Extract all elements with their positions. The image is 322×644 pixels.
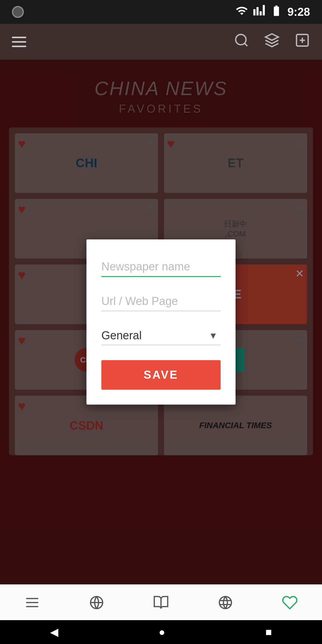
status-time: 9:28 [287,6,310,18]
bottom-nav-globe[interactable] [217,595,233,611]
modal-backdrop: General Technology Sports Business Enter… [0,60,322,584]
wifi-icon [236,4,248,20]
layers-icon[interactable] [264,32,280,51]
svg-point-11 [219,596,232,609]
battery-icon [270,4,283,20]
bottom-nav-favorites[interactable] [282,595,298,611]
bottom-nav-sports[interactable] [89,595,105,611]
search-icon[interactable] [234,32,249,51]
url-input-group [101,292,221,311]
newspaper-name-input[interactable] [101,257,221,277]
category-select-group: General Technology Sports Business Enter… [101,326,221,345]
recent-button[interactable]: ■ [265,626,272,638]
newspaper-name-group [101,257,221,277]
svg-marker-2 [265,34,278,40]
bottom-nav [0,584,322,620]
url-input[interactable] [101,292,221,311]
add-newspaper-modal: General Technology Sports Business Enter… [86,239,236,405]
save-button[interactable]: SAVE [101,360,221,390]
status-bar: 9:28 [0,0,322,24]
category-select[interactable]: General Technology Sports Business Enter… [101,326,221,345]
page-background: CHINA NEWS FAVORITES ♥ ✕ CHI ♥ ✕ ET ♥ ✕ [0,60,322,584]
camera-icon [12,6,24,18]
toolbar [0,24,322,60]
toolbar-right [234,32,310,51]
bottom-nav-list[interactable] [24,595,40,611]
signal-icon [253,4,265,20]
status-left [12,6,24,18]
hamburger-menu-icon[interactable] [12,37,26,47]
svg-point-0 [236,35,246,45]
back-button[interactable]: ◀ [50,626,58,638]
toolbar-left [12,37,26,47]
add-icon[interactable] [295,32,310,51]
home-button[interactable]: ● [159,626,165,638]
bottom-nav-book[interactable] [153,595,169,611]
android-nav: ◀ ● ■ [0,620,322,644]
svg-line-1 [244,43,247,46]
status-right: 9:28 [236,4,310,20]
